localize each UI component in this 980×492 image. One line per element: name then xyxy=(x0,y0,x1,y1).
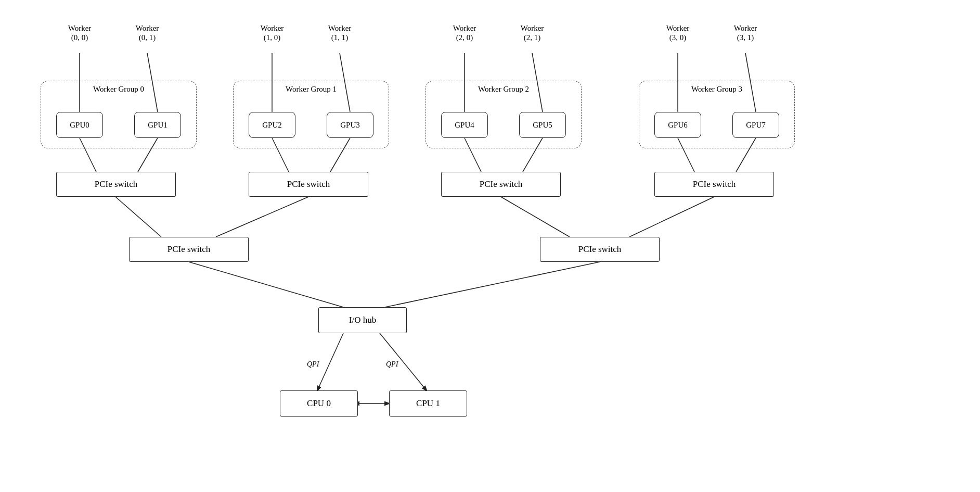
gpu4-box: GPU4 xyxy=(441,112,488,138)
worker-label-3-0: Worker(3, 0) xyxy=(660,23,696,42)
gpu5-box: GPU5 xyxy=(519,112,566,138)
worker-group-2-label: Worker Group 2 xyxy=(478,84,529,94)
gpu6-box: GPU6 xyxy=(654,112,701,138)
svg-line-20 xyxy=(189,262,343,307)
diagram: Worker(0, 0) Worker(0, 1) Worker(1, 0) W… xyxy=(0,0,980,492)
worker-group-1-label: Worker Group 1 xyxy=(286,84,337,94)
io-hub-box: I/O hub xyxy=(318,307,407,333)
pcie-switch-l2-1: PCIe switch xyxy=(540,237,660,262)
svg-line-17 xyxy=(216,197,308,237)
pcie-switch-l1-2: PCIe switch xyxy=(441,172,561,197)
gpu2-box: GPU2 xyxy=(249,112,295,138)
worker-label-2-0: Worker(2, 0) xyxy=(446,23,483,42)
gpu0-box: GPU0 xyxy=(56,112,103,138)
svg-line-22 xyxy=(317,333,343,390)
pcie-switch-l2-0: PCIe switch xyxy=(129,237,249,262)
cpu1-box: CPU 1 xyxy=(389,390,467,417)
qpi-label-left: QPI xyxy=(307,360,319,369)
worker-label-0-0: Worker(0, 0) xyxy=(61,23,98,42)
worker-label-3-1: Worker(3, 1) xyxy=(727,23,764,42)
worker-group-0-label: Worker Group 0 xyxy=(93,84,144,94)
worker-group-3-label: Worker Group 3 xyxy=(691,84,742,94)
pcie-switch-l1-3: PCIe switch xyxy=(654,172,774,197)
qpi-label-right: QPI xyxy=(386,360,398,369)
svg-line-16 xyxy=(115,197,161,237)
svg-line-18 xyxy=(501,197,570,237)
pcie-switch-l1-1: PCIe switch xyxy=(249,172,368,197)
worker-label-1-1: Worker(1, 1) xyxy=(321,23,358,42)
worker-label-0-1: Worker(0, 1) xyxy=(129,23,165,42)
gpu3-box: GPU3 xyxy=(327,112,373,138)
svg-line-21 xyxy=(385,262,600,307)
worker-label-1-0: Worker(1, 0) xyxy=(254,23,290,42)
worker-label-2-1: Worker(2, 1) xyxy=(514,23,550,42)
cpu0-box: CPU 0 xyxy=(280,390,358,417)
svg-line-19 xyxy=(629,197,714,237)
pcie-switch-l1-0: PCIe switch xyxy=(56,172,176,197)
gpu7-box: GPU7 xyxy=(732,112,779,138)
gpu1-box: GPU1 xyxy=(134,112,181,138)
